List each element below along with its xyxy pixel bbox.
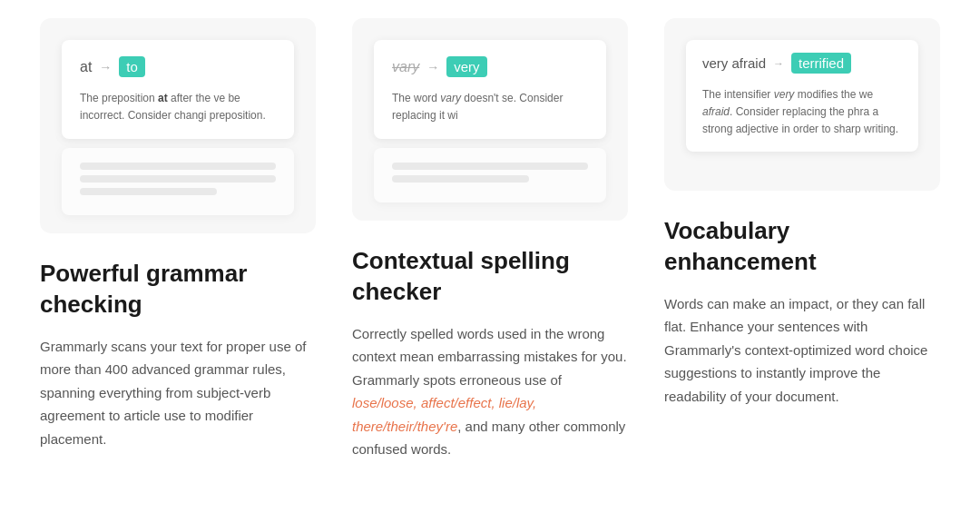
spelling-suggestion: vary → very bbox=[392, 56, 588, 77]
partial-line-1 bbox=[80, 163, 276, 170]
vocabulary-card: very afraid → terrified The intensifier … bbox=[686, 40, 918, 152]
grammar-text: Powerful grammar checking Grammarly scan… bbox=[40, 259, 316, 450]
page-container: at → to The preposition at after the ve … bbox=[0, 0, 980, 498]
grammar-card: at → to The preposition at after the ve … bbox=[62, 40, 294, 139]
grammar-card-description: The preposition at after the ve be incor… bbox=[80, 90, 276, 124]
feature-col-vocabulary: very afraid → terrified The intensifier … bbox=[664, 18, 940, 461]
vocabulary-text: Vocabulary enhancement Words can make an… bbox=[664, 216, 940, 408]
features-grid: at → to The preposition at after the ve … bbox=[40, 18, 940, 461]
partial-line-5 bbox=[392, 175, 529, 183]
spelling-card: vary → very The word vary doesn't se. Co… bbox=[374, 40, 606, 139]
grammar-suggestion: at → to bbox=[80, 56, 276, 77]
vocabulary-illustration: very afraid → terrified The intensifier … bbox=[664, 18, 940, 191]
vocabulary-card-description: The intensifier very modifies the we afr… bbox=[702, 86, 902, 139]
vocabulary-original-word: very afraid bbox=[702, 55, 766, 71]
grammar-arrow-icon: → bbox=[99, 60, 112, 74]
vocabulary-suggestion: very afraid → terrified bbox=[702, 53, 902, 74]
grammar-replacement-word: to bbox=[119, 56, 145, 77]
grammar-illustration: at → to The preposition at after the ve … bbox=[40, 18, 316, 233]
feature-col-spelling: vary → very The word vary doesn't se. Co… bbox=[352, 18, 628, 461]
spelling-card-description: The word vary doesn't se. Consider repla… bbox=[392, 90, 588, 124]
spelling-original-word: vary bbox=[392, 59, 419, 75]
spelling-text: Contextual spelling checker Correctly sp… bbox=[352, 246, 628, 461]
spelling-card-partial bbox=[374, 148, 606, 202]
partial-line-3 bbox=[80, 188, 217, 195]
partial-line-2 bbox=[80, 175, 276, 183]
vocabulary-arrow-icon: → bbox=[773, 57, 784, 70]
spelling-description: Correctly spelled words used in the wron… bbox=[352, 322, 628, 461]
spelling-illustration: vary → very The word vary doesn't se. Co… bbox=[352, 18, 628, 221]
grammar-card-partial bbox=[62, 148, 294, 215]
grammar-title: Powerful grammar checking bbox=[40, 259, 316, 321]
spelling-title: Contextual spelling checker bbox=[352, 246, 628, 308]
grammar-original-word: at bbox=[80, 59, 92, 75]
vocabulary-title: Vocabulary enhancement bbox=[664, 216, 940, 278]
vocabulary-replacement-word: terrified bbox=[791, 53, 851, 74]
partial-line-4 bbox=[392, 163, 588, 170]
spelling-desc-before: Correctly spelled words used in the wron… bbox=[352, 326, 627, 388]
spelling-replacement-word: very bbox=[446, 56, 486, 77]
vocabulary-description: Words can make an impact, or they can fa… bbox=[664, 292, 940, 409]
grammar-description: Grammarly scans your text for proper use… bbox=[40, 335, 316, 451]
feature-col-grammar: at → to The preposition at after the ve … bbox=[40, 18, 316, 461]
spelling-arrow-icon: → bbox=[426, 60, 439, 74]
